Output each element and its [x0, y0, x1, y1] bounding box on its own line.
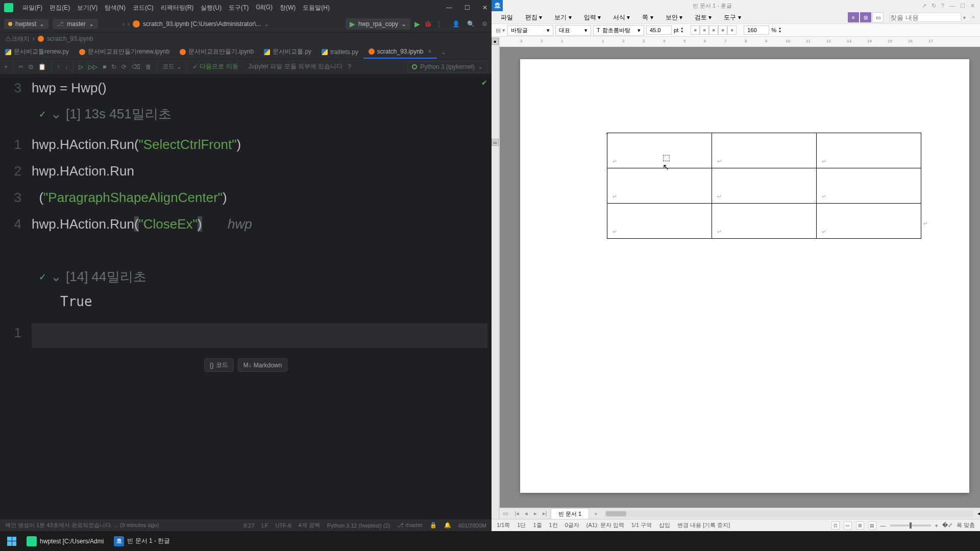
- menu-git[interactable]: Git(G): [253, 2, 276, 14]
- menu-security[interactable]: 보안 ▾: [660, 12, 688, 23]
- minimize-icon[interactable]: —: [446, 4, 452, 11]
- cell-output-meta[interactable]: ✓⌄[14] 44밀리초: [0, 264, 492, 290]
- style-dropdown[interactable]: 바탕글▾: [507, 25, 553, 36]
- memory-indicator[interactable]: 601/2800M: [458, 522, 486, 529]
- code-line[interactable]: hwp = Hwp(): [30, 74, 492, 101]
- encoding[interactable]: UTF-8: [275, 522, 291, 529]
- menu-input[interactable]: 입력 ▾: [579, 12, 606, 23]
- page-indicator[interactable]: 1/1쪽: [497, 521, 510, 529]
- sidebar-btn-2[interactable]: ▭: [492, 139, 499, 146]
- last-page-icon[interactable]: ▸|: [541, 510, 549, 517]
- search-dropdown-icon[interactable]: ▾: [963, 15, 966, 20]
- align-left-button[interactable]: ≡: [691, 26, 700, 35]
- menu-review[interactable]: 검토 ▾: [690, 12, 717, 23]
- table-cell[interactable]: ↵: [817, 133, 921, 168]
- prev-page-icon[interactable]: ◂: [522, 510, 530, 517]
- help-icon[interactable]: ?: [348, 63, 351, 70]
- notebook-editor[interactable]: ✔ 3 hwp = Hwp() ✓⌄[1] 13s 451밀리초 1 2 3 4…: [0, 74, 492, 519]
- zoom-fit-icon[interactable]: �⤢: [942, 522, 952, 529]
- code-with-me-icon[interactable]: 👤: [452, 20, 460, 28]
- maximize-icon[interactable]: ☐: [960, 3, 965, 9]
- maximize-icon[interactable]: ☐: [464, 4, 470, 11]
- breadcrumb-item[interactable]: scratch_93.ipynb: [47, 35, 93, 42]
- table-cell[interactable]: ↵ ⬚↖: [607, 133, 712, 168]
- horizontal-scrollbar[interactable]: [605, 510, 973, 517]
- view-icon-4[interactable]: ▤: [868, 521, 876, 530]
- insert-mode[interactable]: 삽입: [659, 521, 670, 529]
- font-size-spinner[interactable]: ▲▼: [680, 27, 683, 34]
- zoom-fit-label[interactable]: 폭 맞춤: [957, 521, 975, 529]
- tab-file-5-active[interactable]: scratch_93.ipynb×: [363, 45, 437, 59]
- align-distribute-button[interactable]: ≡: [727, 26, 737, 35]
- delete-cell-button[interactable]: 🗑: [145, 63, 152, 70]
- run-all-button[interactable]: ▷▷: [88, 63, 97, 70]
- menu-code[interactable]: 코드(C): [130, 2, 157, 14]
- move-up-button[interactable]: ↑: [57, 63, 60, 70]
- zoom-slider[interactable]: [890, 524, 931, 527]
- horizontal-ruler[interactable]: 3 2 1 1 2 3 4 5 6 7 8 9 10 11 12 13 14: [500, 37, 980, 47]
- toolbar-chevron-icon[interactable]: ㅅ: [971, 14, 976, 21]
- tabbar-menu-icon[interactable]: ▭: [500, 510, 511, 517]
- cursor-position[interactable]: 8:27: [243, 522, 254, 529]
- sync-icon[interactable]: ↻: [932, 3, 936, 9]
- close-icon[interactable]: ✕: [970, 3, 975, 9]
- document-page[interactable]: ⌐ ↵ ⬚↖ ↵ ↵ ↵ ↵: [520, 59, 969, 493]
- search-icon[interactable]: 🔍: [467, 20, 475, 28]
- table-cell[interactable]: ↵: [712, 168, 817, 204]
- run-config-dropdown[interactable]: ▶ hwp_rpa_copy ⌄: [346, 18, 410, 30]
- close-icon[interactable]: ✕: [482, 4, 487, 11]
- zoom-in-button[interactable]: +: [935, 522, 938, 529]
- tab-file-4[interactable]: traitlets.py: [316, 46, 363, 58]
- menu-window[interactable]: 창(W): [277, 2, 299, 14]
- toolbar-expand-icon[interactable]: ▤ ▾: [496, 27, 505, 34]
- document-viewport[interactable]: ⌐ ↵ ⬚↖ ↵ ↵ ↵ ↵: [500, 47, 980, 508]
- menu-file[interactable]: 파일(F): [19, 2, 45, 14]
- sidebar-btn-1[interactable]: ■: [492, 38, 499, 45]
- more-actions-button[interactable]: ⋮: [436, 20, 442, 28]
- track-changes-status[interactable]: 변경 내용 [기록 중지]: [677, 521, 730, 529]
- menu-tools[interactable]: 도구 ▾: [719, 12, 746, 23]
- git-branch-status[interactable]: ⎇ master: [397, 522, 423, 529]
- branch-dropdown[interactable]: ⎇ master ⌄: [53, 19, 98, 29]
- tab-file-0[interactable]: 문서비교툴renew.py: [0, 45, 74, 59]
- empty-code-cell[interactable]: [32, 323, 487, 348]
- restart-run-button[interactable]: ⟳: [121, 63, 127, 70]
- add-markdown-cell-button[interactable]: M↓Markdown: [238, 358, 287, 372]
- menu-edit[interactable]: 편집(E): [46, 2, 73, 14]
- scrollbar-thumb[interactable]: [606, 511, 626, 516]
- paste-button[interactable]: 📋: [38, 63, 46, 70]
- run-cell-button[interactable]: ▷: [79, 63, 83, 70]
- table-cell[interactable]: ↵: [712, 133, 817, 168]
- line-ending[interactable]: LF: [262, 522, 268, 529]
- next-page-icon[interactable]: ▸: [531, 510, 540, 517]
- tab-file-2[interactable]: 문서비교표만들기.ipynb: [175, 45, 259, 59]
- cell-type-dropdown[interactable]: 코드⌄: [162, 62, 182, 71]
- rep-dropdown[interactable]: 대표▾: [555, 25, 591, 36]
- menu-view[interactable]: 보기(V): [74, 2, 101, 14]
- document-table[interactable]: ↵ ⬚↖ ↵ ↵ ↵ ↵ ↵: [607, 133, 921, 239]
- view-mode-3-button[interactable]: ▭: [872, 12, 884, 22]
- spacing-spinner[interactable]: ▲▼: [778, 27, 781, 34]
- login-icon[interactable]: ↗: [922, 3, 926, 9]
- align-justify-button[interactable]: ≡: [718, 26, 727, 35]
- view-mode-2-button[interactable]: ⊞: [860, 12, 871, 22]
- zoom-out-button[interactable]: —: [880, 522, 886, 529]
- first-page-icon[interactable]: |◂: [513, 510, 521, 517]
- menu-run[interactable]: 실행(U): [198, 2, 225, 14]
- menu-file[interactable]: 파일: [496, 12, 518, 23]
- menu-tools[interactable]: 도구(T): [226, 2, 252, 14]
- close-tab-icon[interactable]: ×: [428, 48, 432, 55]
- add-code-cell-button[interactable]: {}코드: [204, 358, 234, 372]
- menu-help[interactable]: 도움말(H): [300, 2, 333, 14]
- cut-button[interactable]: ✂: [18, 63, 23, 70]
- minimize-icon[interactable]: —: [949, 3, 955, 9]
- current-file-path[interactable]: ‹ › scratch_93.ipynb [C:\Users\Administr…: [102, 20, 269, 28]
- scroll-left-icon[interactable]: ◂: [975, 510, 980, 517]
- add-document-tab-button[interactable]: +: [589, 509, 602, 518]
- stop-button[interactable]: ■: [103, 63, 106, 70]
- view-icon-3[interactable]: ⊞: [856, 521, 864, 530]
- font-dropdown[interactable]: T함초롬바탕▾: [593, 25, 644, 36]
- debug-button[interactable]: 🐞: [424, 20, 432, 28]
- start-button[interactable]: [3, 533, 20, 549]
- taskbar-hangul[interactable]: 흐 빈 문서 1 - 한글: [110, 533, 174, 549]
